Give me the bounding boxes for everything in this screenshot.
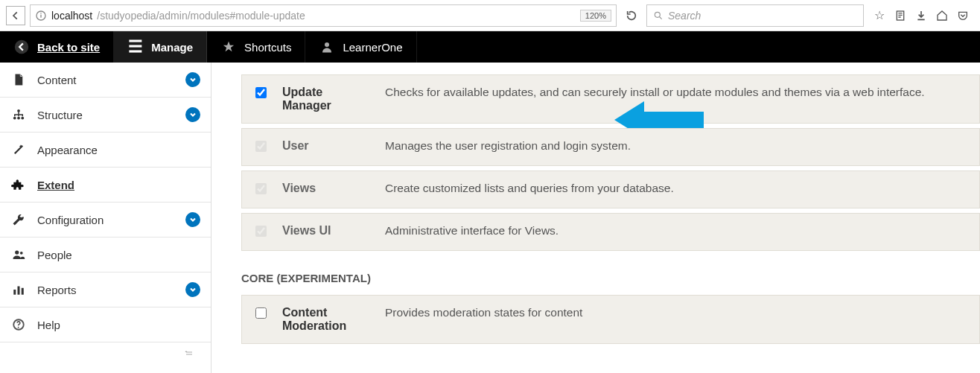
bookmark-star-icon[interactable]: ☆: [873, 8, 886, 22]
sidebar-item-appearance[interactable]: Appearance: [0, 133, 211, 168]
svg-point-8: [13, 117, 16, 120]
chevron-down-icon[interactable]: [185, 107, 200, 122]
module-description: Administrative interface for Views.: [385, 224, 966, 237]
hamburger-icon: ☰: [127, 37, 144, 57]
svg-point-11: [15, 250, 19, 254]
chart-icon: [10, 283, 27, 296]
sidebar-item-label: Reports: [37, 284, 77, 296]
star-icon: [220, 40, 237, 54]
main-content: Update ManagerChecks for available updat…: [211, 63, 980, 373]
module-name: User: [282, 139, 372, 153]
puzzle-icon: [10, 177, 27, 192]
module-description: Create customized lists and queries from…: [385, 182, 966, 195]
svg-point-6: [325, 42, 329, 47]
tree-icon: [10, 108, 27, 121]
svg-rect-14: [18, 287, 20, 295]
browser-search-input[interactable]: Search: [646, 4, 864, 27]
sidebar-item-label: Help: [37, 319, 60, 331]
home-icon[interactable]: [935, 8, 949, 22]
reader-icon[interactable]: [894, 8, 907, 22]
sidebar-item-structure[interactable]: Structure: [0, 98, 211, 133]
shortcuts-tab[interactable]: Shortcuts: [207, 31, 305, 63]
sidebar-item-extend[interactable]: Extend: [0, 168, 211, 203]
browser-chrome: localhost/studyopedia/admin/modules#modu…: [0, 0, 980, 31]
help-icon: [10, 318, 27, 331]
module-row[interactable]: Content ModerationProvides moderation st…: [241, 295, 980, 344]
svg-point-3: [655, 12, 660, 17]
svg-point-17: [18, 327, 19, 328]
user-tab[interactable]: LearnerOne: [305, 31, 416, 63]
back-to-site-label: Back to site: [37, 41, 100, 54]
back-to-site-link[interactable]: Back to site: [0, 31, 114, 63]
svg-rect-2: [40, 13, 41, 13]
svg-point-12: [20, 252, 23, 255]
search-icon: [653, 10, 664, 21]
wand-icon: [10, 143, 27, 156]
module-name: Content Moderation: [282, 306, 372, 333]
browser-back-button[interactable]: [6, 6, 25, 25]
sidebar-collapse-handle[interactable]: [0, 342, 211, 365]
module-row[interactable]: Views UIAdministrative interface for Vie…: [241, 213, 980, 251]
url-bar[interactable]: localhost/studyopedia/admin/modules#modu…: [30, 4, 617, 27]
manage-tab[interactable]: ☰ Manage: [114, 31, 207, 63]
svg-rect-15: [22, 288, 24, 295]
module-name: Update Manager: [282, 86, 372, 112]
info-icon: [35, 10, 47, 22]
module-description: Checks for available updates, and can se…: [385, 86, 966, 99]
shortcuts-label: Shortcuts: [244, 41, 291, 54]
user-icon: [319, 40, 335, 54]
url-path: /studyopedia/admin/modules#module-update: [97, 10, 305, 22]
manage-label: Manage: [151, 41, 193, 54]
page-icon: [10, 73, 27, 86]
back-arrow-icon: [13, 39, 30, 55]
browser-toolbar-icons: ☆: [868, 8, 974, 22]
url-host: localhost: [51, 10, 92, 22]
wrench-icon: [10, 213, 27, 226]
module-description: Provides moderation states for content: [385, 306, 966, 319]
chevron-down-icon[interactable]: [185, 282, 200, 297]
sidebar-item-label: Configuration: [37, 214, 104, 226]
reload-button[interactable]: [621, 5, 642, 26]
module-row[interactable]: ViewsCreate customized lists and queries…: [241, 170, 980, 208]
module-description: Manages the user registration and login …: [385, 139, 966, 153]
sidebar-item-help[interactable]: Help: [0, 307, 211, 342]
sidebar-item-label: Structure: [37, 109, 83, 121]
sidebar-item-label: People: [37, 249, 72, 261]
module-row[interactable]: UserManages the user registration and lo…: [241, 128, 980, 166]
module-name: Views UI: [282, 224, 372, 237]
module-checkbox: [255, 226, 267, 237]
module-checkbox: [255, 183, 267, 194]
downloads-icon[interactable]: [914, 8, 928, 22]
sidebar-item-people[interactable]: People: [0, 237, 211, 272]
svg-point-7: [17, 109, 20, 112]
module-checkbox[interactable]: [255, 87, 267, 98]
chevron-down-icon[interactable]: [185, 212, 200, 227]
sidebar-item-content[interactable]: Content: [0, 63, 211, 98]
module-row[interactable]: Update ManagerChecks for available updat…: [241, 74, 980, 124]
svg-point-5: [15, 40, 28, 54]
sidebar-item-label: Content: [37, 74, 77, 86]
sidebar-item-reports[interactable]: Reports: [0, 272, 211, 307]
svg-rect-1: [40, 14, 41, 17]
admin-sidebar: ContentStructureAppearanceExtendConfigur…: [0, 63, 211, 373]
section-title-experimental: CORE (EXPERIMENTAL): [241, 272, 980, 284]
user-label: LearnerOne: [343, 41, 402, 54]
sidebar-item-label: Appearance: [37, 144, 98, 156]
sidebar-item-configuration[interactable]: Configuration: [0, 203, 211, 237]
module-checkbox: [255, 141, 267, 152]
module-name: Views: [282, 182, 372, 195]
sidebar-item-label: Extend: [37, 179, 74, 191]
svg-point-10: [21, 117, 24, 120]
people-icon: [10, 248, 27, 261]
chevron-down-icon[interactable]: [185, 72, 200, 87]
svg-rect-13: [13, 290, 16, 295]
zoom-indicator[interactable]: 120%: [580, 10, 611, 22]
pocket-icon[interactable]: [956, 8, 970, 22]
svg-point-9: [17, 117, 20, 120]
module-checkbox[interactable]: [255, 307, 267, 319]
search-placeholder: Search: [668, 10, 701, 22]
admin-toolbar: Back to site ☰ Manage Shortcuts LearnerO…: [0, 31, 980, 63]
